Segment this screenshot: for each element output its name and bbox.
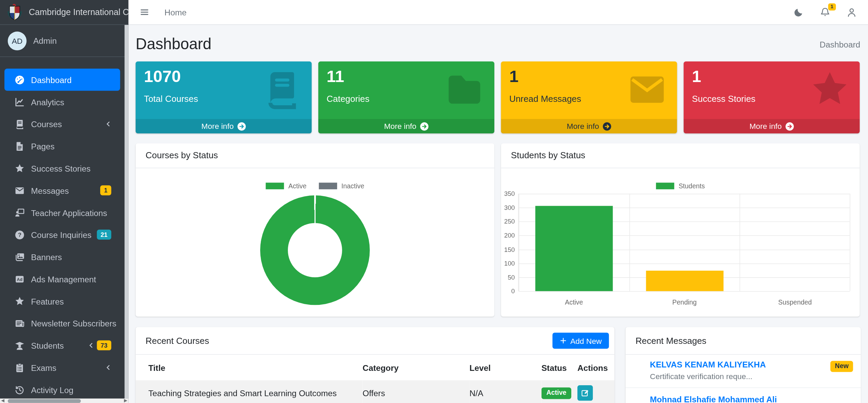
info-box-unread-messages: 1Unread MessagesMore info	[501, 62, 677, 134]
newspaper-icon	[14, 318, 25, 328]
dark-mode-moon-icon[interactable]	[793, 6, 804, 18]
sidebar-item-courses[interactable]: Courses	[4, 113, 120, 135]
info-box-categories: 11CategoriesMore info	[318, 62, 494, 134]
legend-item-active[interactable]: Active	[266, 182, 306, 190]
images-icon	[14, 252, 25, 262]
sidebar-item-banners[interactable]: Banners	[4, 246, 120, 268]
hamburger-menu-icon[interactable]	[139, 7, 149, 17]
new-message-badge: New	[830, 361, 853, 372]
history-icon	[14, 385, 25, 395]
more-info-link[interactable]: More info	[318, 119, 494, 133]
brand-link[interactable]: Cambridge International Co	[0, 0, 129, 25]
user-profile-icon[interactable]	[846, 6, 857, 18]
more-info-label: More info	[201, 122, 233, 131]
bottom-row: Recent Courses Add New TitleCategoryLeve…	[129, 317, 868, 403]
clipboard-icon	[14, 362, 25, 373]
legend-swatch	[319, 183, 337, 189]
message-sender-link[interactable]: KELVAS KENAM KALIYEKHA	[650, 360, 766, 370]
sidebar-item-label: Courses	[31, 119, 62, 129]
more-info-label: More info	[567, 122, 599, 131]
sidebar: Cambridge International Co AD Admin Dash…	[0, 0, 129, 403]
sidebar-item-messages[interactable]: Messages1	[4, 179, 120, 202]
star-icon	[14, 296, 25, 306]
course-category-cell: Offers	[363, 380, 470, 403]
sidebar-item-badge: 21	[97, 230, 111, 240]
message-sender-link[interactable]: Mohnad Elshafie Mohammed Ali	[650, 395, 777, 403]
scroll-right-arrow-icon[interactable]	[124, 399, 128, 402]
screen: Cambridge International Co AD Admin Dash…	[0, 0, 868, 403]
sidebar-item-label: Exams	[31, 363, 56, 372]
scroll-left-arrow-icon[interactable]	[1, 399, 4, 402]
status-badge: Active	[542, 387, 571, 399]
scrollbar-thumb[interactable]	[8, 399, 81, 403]
card-title: Recent Courses	[146, 336, 209, 346]
column-header-title: Title	[136, 355, 363, 380]
notifications-bell-icon[interactable]: 1	[819, 6, 831, 18]
sidebar-item-label: Analytics	[31, 97, 64, 107]
sidebar-item-dashboard[interactable]: Dashboard	[4, 69, 120, 91]
legend-item-inactive[interactable]: Inactive	[319, 182, 364, 190]
recent-courses-table: TitleCategoryLevelStatusActions Teaching…	[136, 355, 615, 403]
donut-legend: ActiveInactive	[136, 182, 494, 190]
sidebar-item-label: Messages	[31, 186, 69, 195]
bar-active	[535, 206, 613, 291]
breadcrumb: Dashboard	[819, 40, 860, 49]
sidebar-item-teacher-applications[interactable]: Teacher Applications	[4, 201, 120, 224]
sidebar-item-analytics[interactable]: Analytics	[4, 91, 120, 113]
more-info-label: More info	[749, 122, 782, 131]
more-info-link[interactable]: More info	[136, 119, 312, 133]
more-info-link[interactable]: More info	[684, 119, 860, 133]
legend-swatch	[266, 183, 284, 189]
brand-title: Cambridge International Co	[29, 7, 128, 17]
main-content: Dashboard Dashboard 1070Total CoursesMor…	[129, 25, 868, 403]
y-axis-tick-label: 100	[504, 260, 515, 267]
add-new-label: Add New	[570, 336, 602, 345]
students-by-status-card: Students by Status Students 350300250200…	[501, 143, 859, 317]
sidebar-item-label: Dashboard	[31, 75, 72, 84]
column-header-status: Status	[542, 355, 577, 380]
edit-course-button[interactable]	[577, 385, 593, 401]
more-info-link[interactable]: More info	[501, 119, 677, 133]
legend-label: Active	[289, 182, 307, 190]
course-title-cell: Teaching Strategies and Smart Learning O…	[136, 380, 363, 403]
file-icon	[14, 141, 25, 151]
sidebar-item-label: Teacher Applications	[31, 208, 107, 217]
sidebar-vertical-scrollbar[interactable]	[124, 25, 128, 399]
user-name[interactable]: Admin	[33, 36, 57, 45]
legend-label: Inactive	[342, 182, 364, 190]
sidebar-item-activity-log[interactable]: Activity Log	[4, 379, 120, 401]
svg-text:Ad: Ad	[17, 277, 22, 282]
page-header: Dashboard Dashboard	[129, 25, 868, 62]
recent-messages-card: Recent Messages KELVAS KENAM KALIYEKHACe…	[626, 327, 861, 403]
x-axis-label: Suspended	[740, 298, 850, 306]
y-axis-tick-label: 50	[508, 274, 515, 281]
sidebar-horizontal-scrollbar[interactable]	[0, 399, 129, 403]
add-new-button[interactable]: Add New	[552, 333, 609, 349]
sidebar-item-badge: 1	[100, 185, 111, 195]
sidebar-item-exams[interactable]: Exams	[4, 357, 120, 379]
sidebar-item-students[interactable]: Students73	[4, 334, 120, 357]
column-header-actions: Actions	[577, 355, 614, 380]
info-box-row: 1070Total CoursesMore info11CategoriesMo…	[129, 62, 868, 134]
plus-icon	[560, 337, 567, 344]
course-actions-cell	[577, 380, 614, 403]
question-icon: ?	[14, 229, 25, 240]
donut-hole	[288, 223, 342, 278]
sidebar-item-features[interactable]: Features	[4, 290, 120, 312]
sidebar-item-pages[interactable]: Pages	[4, 135, 120, 157]
sidebar-item-course-inquiries[interactable]: ?Course Inquiries21	[4, 224, 120, 246]
home-link[interactable]: Home	[164, 8, 187, 17]
graduate-icon	[14, 340, 25, 351]
sidebar-item-ads-management[interactable]: AdAds Management	[4, 268, 120, 290]
sidebar-item-success-stories[interactable]: Success Stories	[4, 157, 120, 179]
courses-status-donut-chart	[260, 196, 370, 305]
folder-icon	[443, 69, 485, 111]
envelope-icon	[14, 185, 25, 196]
sidebar-item-newsletter-subscribers[interactable]: Newsletter Subscribers	[4, 312, 120, 334]
legend-item-students[interactable]: Students	[656, 182, 705, 190]
avatar[interactable]: AD	[8, 31, 27, 50]
sidebar-item-label: Ads Management	[31, 274, 96, 284]
y-axis-tick-label: 150	[504, 246, 515, 253]
arrow-circle-right-icon	[420, 122, 428, 130]
gridline	[850, 194, 851, 291]
